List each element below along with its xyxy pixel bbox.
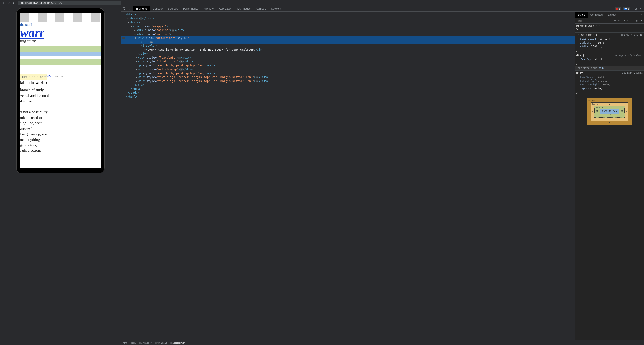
svg-rect-2 [130,8,131,10]
nav-strip-green2 [20,59,101,65]
more-actions-icon[interactable]: ⋮ [639,18,644,23]
styles-more-icon[interactable]: » [639,12,644,18]
info-badge[interactable]: 💬1 [623,7,630,10]
crumb-wrapper[interactable]: div.wrapper [139,342,152,344]
crumb-disclaimer[interactable]: div.disclaimer [170,342,185,344]
breadcrumb-bar: html body div.wrapper div.maintab div.di… [121,340,644,345]
dom-node-selected[interactable]: ⋯ ▼<div class="disclaimer" style=" [121,36,575,40]
rendered-page[interactable]: the stuff warr ting stuffy div.disclaime… [20,13,101,168]
dom-text-disclaimer: Everything here is my opinion. I do not … [148,48,255,51]
article-body: branch of study versal architectural d a… [20,87,101,153]
rule-source-link[interactable]: apenwarr.css:35 [620,33,643,37]
hov-toggle[interactable]: :hov [612,18,621,23]
rule-disclaimer[interactable]: apenwarr.css:35 .disclaimer { text-align… [575,33,644,53]
tab-memory[interactable]: Memory [201,6,216,11]
date-link[interactable]: 2021 [45,74,52,78]
more-menu-icon[interactable]: ⋮ [639,7,642,10]
crumb-body[interactable]: body [130,342,136,344]
browser-toolbar: https://apenwarr.ca/log/20201227 [0,0,644,6]
devtools-panel: Elements Console Sources Performance Mem… [121,6,644,345]
tab-network[interactable]: Network [268,6,284,11]
dom-node-body[interactable]: <body> [130,20,140,24]
back-button[interactable] [2,1,5,5]
styles-tab-computed[interactable]: Computed [588,12,605,18]
inspector-dims: 2064 × 83 [53,75,64,78]
styles-tab-layout[interactable]: Layout [605,12,619,18]
ellipsis-icon[interactable]: ⋯ [140,17,142,20]
tab-console[interactable]: Console [150,6,165,11]
tagline-bottom: ting stuffy [20,39,101,43]
devtools-tabbar: Elements Console Sources Performance Mem… [121,6,644,12]
rule-element-style[interactable]: element.style { } [575,24,644,33]
rule-body[interactable]: apenwarr.css:1 body { max-width: 6in; ma… [575,71,644,95]
inspect-element-icon[interactable] [121,6,127,11]
tab-elements[interactable]: Elements [134,6,150,11]
tab-lighthouse[interactable]: Lighthouse [235,6,253,11]
rule-source-link[interactable]: apenwarr.css:1 [622,71,643,75]
devtools-divider: | [632,7,632,10]
inherited-from-header: Inherited from body [575,66,644,71]
rule-div-ua[interactable]: user agent stylesheet div { display: blo… [575,53,644,66]
forward-button[interactable] [7,1,11,5]
reload-button[interactable] [12,1,16,5]
device-toggle-icon[interactable] [127,6,134,11]
new-rule-icon[interactable]: + [630,18,634,23]
box-model-diagram[interactable]: margin - - - - border - - - - [575,95,644,128]
styles-tab-styles[interactable]: Styles [575,12,588,18]
nav-strip-blue [20,52,101,56]
computed-panel-icon[interactable]: ▣ [634,18,639,23]
site-logo-text[interactable]: warr [20,27,44,39]
dom-node-html[interactable]: <html> [126,13,136,16]
device-frame: the stuff warr ting stuffy div.disclaime… [16,8,105,173]
nav-strip-green [20,46,101,52]
rule-source-ua: user agent stylesheet [612,54,643,57]
styles-sidebar: Styles Computed Layout » :hov .cls + ▣ ⋮ [575,12,644,340]
tab-sources[interactable]: Sources [165,6,180,11]
styles-filter-input[interactable] [575,19,612,22]
crumb-maintab[interactable]: div.maintab [155,342,167,344]
tab-performance[interactable]: Performance [180,6,201,11]
inspector-highlight-tooltip: div.disclaimer [20,74,47,80]
box-model-content: 2000×18.844 [600,109,619,114]
crumb-html[interactable]: html [123,342,128,344]
settings-gear-icon[interactable]: ⚙ [634,7,637,10]
error-badge[interactable]: ✕1 [615,7,622,10]
cls-toggle[interactable]: .cls [621,18,630,23]
tab-application[interactable]: Application [216,6,235,11]
dom-tree[interactable]: <html> ▸<head>⋯</head> ▼<body> ▼<div cla… [121,12,575,340]
device-viewport-pane: the stuff warr ting stuffy div.disclaime… [0,6,121,345]
url-bar[interactable]: https://apenwarr.ca/log/20201227 [18,1,121,5]
dom-node-head[interactable]: <head> [130,17,140,20]
tab-adblock[interactable]: AdBlock [253,6,268,11]
